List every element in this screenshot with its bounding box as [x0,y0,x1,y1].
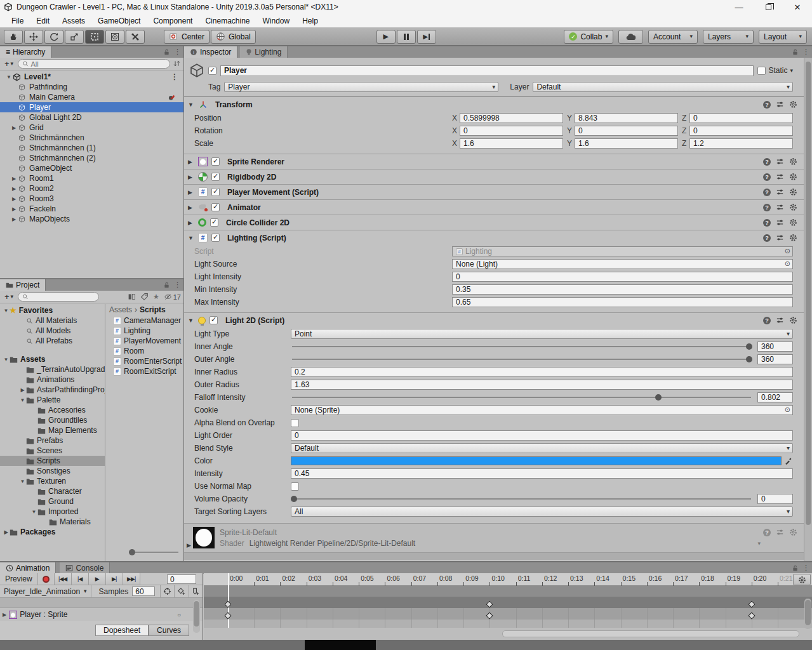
panel-menu-icon[interactable]: ⋮ [802,564,809,572]
timeline-ruler[interactable]: 0:000:010:020:030:040:050:060:070:080:09… [204,573,812,586]
gear-icon[interactable] [789,218,797,227]
play-animation-button[interactable]: ▶ [89,573,106,585]
rect-tool-button[interactable] [85,30,104,44]
preset-icon[interactable] [776,100,784,109]
menu-item[interactable]: Assets [56,15,91,27]
lock-icon[interactable] [792,564,799,572]
hierarchy-item[interactable]: Global Light 2D ⋮ [0,112,183,123]
hierarchy-item[interactable]: Room2 ⋮ [0,183,183,194]
custom-tools-button[interactable] [126,30,145,44]
component-header[interactable]: ▶ Rigidbody 2D ? [184,169,804,184]
hierarchy-item[interactable]: Fackeln ⋮ [0,204,183,214]
inner-angle-field[interactable]: 360 [757,342,793,352]
help-icon[interactable]: ? [763,158,771,166]
expand-arrow[interactable] [3,357,10,362]
expand-arrow[interactable] [10,186,18,192]
hierarchy-item[interactable]: Player ⋮ [0,102,183,112]
project-tree-item[interactable]: ★ Map Elements [0,425,105,435]
project-file-item[interactable]: # CameraManager [105,315,183,326]
component-enabled-checkbox[interactable] [210,316,218,324]
inspector-scrollbar[interactable] [804,58,812,561]
menu-item[interactable]: Cinemachine [199,15,256,27]
foldout-arrow[interactable]: ▼ [188,317,194,324]
breadcrumb-root[interactable]: Assets [109,305,132,314]
menu-item[interactable]: Window [256,15,296,27]
blend-style-dropdown[interactable]: Default [291,443,793,453]
panel-menu-icon[interactable]: ⋮ [174,281,181,289]
scale-z-field[interactable]: 1.2 [689,138,793,149]
create-button[interactable]: +▾ [3,292,15,302]
tab-inspector[interactable]: i Inspector [184,46,237,58]
move-tool-button[interactable] [24,30,43,44]
pivot-toggle-button[interactable]: Center [164,30,210,44]
gameobject-name-field[interactable]: Player [220,65,754,76]
expand-arrow[interactable] [5,74,13,80]
project-tree-item[interactable]: ★ Prefabs [0,435,105,446]
project-tree-item[interactable]: ★ Palette [0,395,105,405]
volume-opacity-slider[interactable] [291,494,752,504]
hand-tool-button[interactable] [4,30,23,44]
material-section[interactable]: ▶ Sprite-Lit-Default Shader Lightweight … [184,523,804,552]
project-search[interactable] [18,292,99,302]
play-button[interactable]: ▶ [376,30,396,44]
breadcrumb-current[interactable]: Scripts [140,305,166,314]
project-tree-item[interactable]: ★ All Prefabs [0,336,105,346]
project-tree-item[interactable]: ★ Packages [0,527,105,537]
tab-console[interactable]: Console [60,562,110,574]
step-button[interactable]: ▶ [417,30,436,44]
help-icon[interactable]: ? [763,219,771,227]
project-tree-item[interactable]: ★ Animations [0,375,105,385]
pause-button[interactable] [397,30,416,44]
hierarchy-search[interactable] [18,59,170,69]
foldout-arrow[interactable]: ▼ [188,235,194,241]
item-menu-icon[interactable]: ⋮ [171,72,178,81]
inner-angle-slider[interactable] [291,342,752,352]
hierarchy-item[interactable]: MapObjects ⋮ [0,214,183,224]
project-file-item[interactable]: # PlayerMovement [105,336,183,346]
goto-end-button[interactable]: ▶▶| [123,573,140,585]
project-tree-item[interactable]: ★ Scenes [0,446,105,456]
eyedropper-icon[interactable] [783,456,793,466]
lighting-script-header[interactable]: ▼ Lighting (Script) ? [184,230,804,245]
layer-dropdown[interactable]: Default [533,82,793,92]
position-x-field[interactable]: 0.5899998 [460,113,563,123]
space-toggle-button[interactable]: Global [211,30,256,44]
sort-icon[interactable] [173,60,181,68]
previous-frame-button[interactable]: |◀ [72,573,89,585]
layers-dropdown[interactable]: Layers▾ [703,30,754,44]
project-file-item[interactable]: # Room [105,346,183,356]
preview-button[interactable]: Preview [0,573,38,585]
next-frame-button[interactable]: ▶| [106,573,123,585]
preset-icon[interactable] [776,157,784,166]
timeline-horizontal-scrollbar[interactable] [502,630,799,637]
menu-item[interactable]: Edit [30,15,56,27]
foldout-arrow[interactable]: ▶ [188,220,194,226]
help-icon[interactable]: ? [763,234,771,242]
inner-radius-field[interactable]: 0.2 [291,367,793,377]
static-dropdown-icon[interactable]: ▾ [790,68,793,74]
use-normal-map-checkbox[interactable] [291,482,299,491]
goto-start-button[interactable]: |◀◀ [55,573,72,585]
component-enabled-checkbox[interactable] [211,173,220,181]
target-sorting-layers-dropdown[interactable]: All [291,507,793,517]
minimize-button[interactable]: — [724,0,754,14]
animation-vertical-scrollbar[interactable] [193,600,200,633]
lock-icon[interactable] [163,48,170,56]
rotate-tool-button[interactable] [44,30,63,44]
expand-arrow[interactable] [3,529,10,535]
project-tree-item[interactable]: ★ [0,346,105,354]
expand-arrow[interactable] [19,397,26,403]
gear-icon[interactable] [789,528,797,536]
tab-lighting[interactable]: Lighting [240,46,288,58]
project-search-input[interactable] [30,293,95,301]
alpha-blend-checkbox[interactable] [291,419,299,427]
project-tree-item[interactable]: ★ Sonstiges [0,466,105,476]
shader-dropdown[interactable]: Lightweight Render Pipeline/2D/Sprite-Li… [250,538,763,548]
help-icon[interactable]: ? [763,529,771,536]
panel-menu-icon[interactable]: ⋮ [802,48,809,56]
add-keyframe-icon[interactable] [174,585,188,597]
animation-timeline[interactable]: 0:000:010:020:030:040:050:060:070:080:09… [204,573,812,640]
expand-arrow[interactable] [19,387,26,393]
layout-dropdown[interactable]: Layout▾ [759,30,807,44]
component-enabled-checkbox[interactable] [210,218,218,227]
